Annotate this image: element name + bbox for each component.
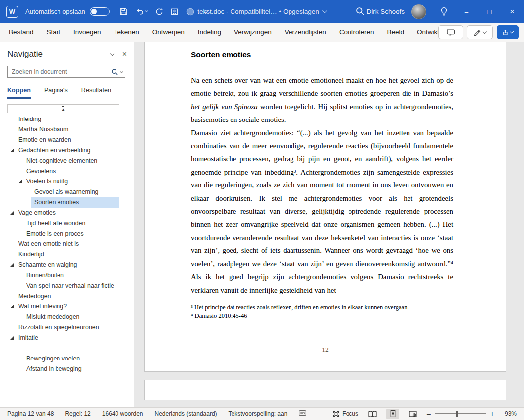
autosave-control[interactable]: Automatisch opslaan xyxy=(25,7,110,16)
zoom-out-button[interactable]: – xyxy=(427,410,431,418)
tab-bestand[interactable]: Bestand xyxy=(2,23,40,42)
comments-button[interactable] xyxy=(438,25,463,39)
tab-verwijzingen[interactable]: Verwijzingen xyxy=(228,23,278,42)
navigation-pane-title: Navigatie xyxy=(7,49,111,59)
nav-item-emotie-is-een-proces[interactable]: Emotie is een proces xyxy=(0,229,134,239)
title-bar: W Automatisch opslaan xyxy=(0,0,524,23)
collapse-triangle-icon[interactable] xyxy=(18,180,22,183)
print-layout-button[interactable] xyxy=(386,409,399,419)
document-page-12[interactable]: Soorten emoties Na een schets over van w… xyxy=(144,42,506,372)
nav-item-niet-cognitieve-elementen[interactable]: Niet-cognitieve elementen xyxy=(0,156,134,166)
zoom-percentage[interactable]: 93% xyxy=(502,410,517,417)
editing-dropdown-chevron-icon[interactable] xyxy=(483,29,487,33)
zoom-slider[interactable] xyxy=(435,410,486,417)
collapse-triangle-icon[interactable] xyxy=(10,336,14,340)
nav-item-schaamte-en-walging[interactable]: Schaamte en walging xyxy=(0,260,134,270)
nav-item-van-spel-naar-verhaal-naar-fictie[interactable]: Van spel naar verhaal naar fictie xyxy=(0,281,134,291)
document-page-13-top[interactable] xyxy=(144,380,506,400)
pane-close-icon[interactable]: × xyxy=(122,50,127,59)
nav-item-afstand-in-beweging[interactable]: Afstand in beweging xyxy=(0,364,134,374)
document-title-text: tekst.doc - Compatibilitei… • Opgeslagen xyxy=(197,8,319,15)
tab-beeld[interactable]: Beeld xyxy=(380,23,410,42)
focus-mode-button[interactable]: Focus xyxy=(332,410,358,418)
close-button[interactable]: × xyxy=(501,0,524,23)
word-app-icon[interactable]: W xyxy=(6,6,18,18)
nav-item-gevoelens[interactable]: Gevoelens xyxy=(0,166,134,177)
document-title[interactable]: tekst.doc - Compatibilitei… • Opgeslagen xyxy=(197,0,327,23)
zoom-slider-thumb[interactable] xyxy=(456,411,458,417)
undo-icon[interactable] xyxy=(135,8,148,15)
tab-verzendlijsten[interactable]: Verzendlijsten xyxy=(278,23,333,42)
nav-item-wat-een-emotie-niet-is[interactable]: Wat een emotie niet is xyxy=(0,239,134,249)
maximize-button[interactable]: □ xyxy=(478,0,501,23)
jump-to-top-button[interactable]: ▴ xyxy=(7,104,119,113)
nav-item-blank xyxy=(0,343,134,354)
nav-tab-resultaten[interactable]: Resultaten xyxy=(81,87,111,99)
collapse-triangle-icon[interactable] xyxy=(10,305,14,308)
tab-controleren[interactable]: Controleren xyxy=(333,23,381,42)
lightbulb-icon[interactable] xyxy=(435,0,452,23)
nav-item-gevoel-als-waarneming[interactable]: Gevoel als waarneming xyxy=(0,187,134,197)
status-text-predictions[interactable]: Tekstvoorspelling: aan xyxy=(229,410,288,417)
collapse-triangle-icon[interactable] xyxy=(10,263,14,267)
collapse-triangle-icon[interactable] xyxy=(10,211,14,215)
nav-item-tijd-heelt-alle-wonden[interactable]: Tijd heelt alle wonden xyxy=(0,218,134,229)
footnote-separator xyxy=(191,301,280,301)
undo-dropdown-chevron-icon[interactable] xyxy=(145,9,148,12)
document-paragraph-2[interactable]: Damasio ziet achtergrondemoties: “(...) … xyxy=(191,126,453,297)
presence-circle-icon[interactable] xyxy=(186,7,195,16)
nav-item-emotie-en-waarden[interactable]: Emotie en waarden xyxy=(0,135,134,145)
document-search-input[interactable] xyxy=(7,66,125,78)
tab-invoegen[interactable]: Invoegen xyxy=(67,23,108,42)
nav-item-imitatie[interactable]: Imitatie xyxy=(0,333,134,343)
minimize-button[interactable]: – xyxy=(455,0,478,23)
redo-icon[interactable] xyxy=(155,8,163,16)
nav-item-soorten-emoties-selected[interactable]: Soorten emoties xyxy=(0,197,134,208)
nav-item-voelen-is-nuttig[interactable]: Voelen is nuttig xyxy=(0,177,134,187)
document-paragraph-1[interactable]: Na een schets over van wat een emotie em… xyxy=(191,74,453,126)
tab-start[interactable]: Start xyxy=(40,23,67,42)
nav-item-kindertijd[interactable]: Kindertijd xyxy=(0,249,134,260)
share-button[interactable] xyxy=(497,25,519,39)
status-page-count[interactable]: Pagina 12 van 48 xyxy=(7,410,54,417)
editing-mode-button[interactable] xyxy=(467,25,493,39)
search-icon[interactable] xyxy=(355,6,365,18)
status-line-number[interactable]: Regel: 12 xyxy=(65,410,90,417)
nav-tab-paginas[interactable]: Pagina's xyxy=(44,87,68,99)
nav-item-mededogen[interactable]: Mededogen xyxy=(0,291,134,301)
nav-item-bewegingen-voelen[interactable]: Bewegingen voelen xyxy=(0,354,134,364)
nav-item-wat-met-inleving[interactable]: Wat met inleving? xyxy=(0,301,134,312)
share-dropdown-chevron-icon[interactable] xyxy=(510,30,514,34)
status-word-count[interactable]: 16640 woorden xyxy=(102,410,143,417)
footnote-3[interactable]: ³ Het principe dat reacties zoals reflex… xyxy=(191,303,421,312)
save-icon[interactable] xyxy=(119,7,128,16)
nav-item-rizzolatti-en-spiegelneuronen[interactable]: Rizzolatti en spiegelneuronen xyxy=(0,322,134,333)
search-magnifier-icon[interactable] xyxy=(111,68,118,76)
tab-tekenen[interactable]: Tekenen xyxy=(108,23,146,42)
autosave-toggle[interactable] xyxy=(90,7,110,16)
nav-item-binnen-buiten[interactable]: Binnen/buiten xyxy=(0,270,134,281)
zoom-control: – + xyxy=(427,410,494,418)
search-options-chevron-icon[interactable] xyxy=(120,69,123,73)
nav-item-gedachten-en-verbeelding[interactable]: Gedachten en verbeelding xyxy=(0,145,134,156)
nav-item-mislukt-mededogen[interactable]: Mislukt mededogen xyxy=(0,312,134,322)
pane-options-chevron-icon[interactable] xyxy=(110,51,114,55)
status-language[interactable]: Nederlands (standaard) xyxy=(155,410,217,417)
footnote-4[interactable]: ⁴ Damasio 2010:45-46 xyxy=(191,312,453,321)
saved-dropdown-chevron-icon[interactable] xyxy=(322,8,327,13)
account-name[interactable]: Dirk Schoofs xyxy=(366,8,405,15)
tab-indeling[interactable]: Indeling xyxy=(191,23,228,42)
nav-item-martha-nussbaum[interactable]: Martha Nussbaum xyxy=(0,124,134,135)
contact-card-icon[interactable] xyxy=(171,8,178,16)
read-mode-button[interactable] xyxy=(366,409,379,419)
web-layout-button[interactable] xyxy=(407,409,419,419)
text-predictions-icon[interactable] xyxy=(298,409,307,418)
nav-tab-koppen[interactable]: Koppen xyxy=(7,87,31,99)
document-heading[interactable]: Soorten emoties xyxy=(191,50,453,59)
zoom-in-button[interactable]: + xyxy=(490,410,494,418)
tab-ontwerpen[interactable]: Ontwerpen xyxy=(146,23,191,42)
user-avatar[interactable] xyxy=(411,4,426,19)
nav-item-inleiding[interactable]: Inleiding xyxy=(0,114,134,124)
nav-item-vage-emoties[interactable]: Vage emoties xyxy=(0,208,134,218)
collapse-triangle-icon[interactable] xyxy=(10,149,14,152)
